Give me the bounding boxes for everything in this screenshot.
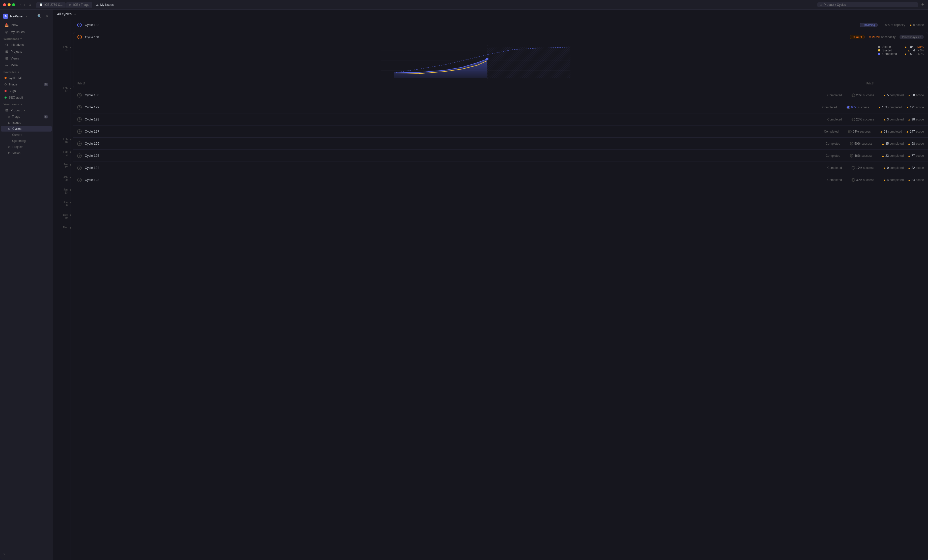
weekdays-badge: 2 weekdays left [899, 35, 924, 39]
sidebar-item-current[interactable]: Current [1, 132, 52, 138]
cycle-131-header: ▷ Cycle 131 Current 215% of capacity 2 w… [73, 32, 928, 42]
timeline-dot [70, 151, 71, 153]
scope-count: ▲ 77 scope [908, 154, 924, 158]
titlebar: ‹ › ⊙ 📋 ICE-2759 C... ◎ ICE › Triage ☁ M… [0, 0, 928, 9]
sidebar-item-triage-team[interactable]: Triage 5 [1, 114, 52, 119]
forward-button[interactable]: › [23, 2, 26, 7]
sidebar-item-seo-audit[interactable]: SEO audit [1, 94, 52, 100]
sidebar-item-triage[interactable]: Triage 5 [1, 81, 52, 87]
timeline-dot [70, 164, 71, 166]
cycle-row-cycle-129[interactable]: ⊙ Cycle 129 Completed 93% success ▲ 109 … [73, 101, 928, 113]
sidebar-item-upcoming[interactable]: Upcoming [1, 138, 52, 144]
cycle-131-status: Current [850, 35, 865, 39]
scope-warn-icon: ▲ [908, 178, 911, 181]
cycle-row-131[interactable]: ▷ Cycle 131 Current 215% of capacity 2 w… [73, 32, 928, 88]
favorites-header[interactable]: Favorites ▾ [0, 68, 53, 75]
minimize-button[interactable] [8, 3, 11, 6]
cycle-status: Completed [826, 154, 846, 158]
chart-legend: Scope ▲ 84 +31% Started ▲ 4 [878, 45, 924, 85]
sidebar-item-more[interactable]: ··· More [1, 62, 52, 68]
legend-scope: Scope ▲ 84 +31% [878, 45, 924, 49]
teams-header[interactable]: Your teams ▾ [0, 101, 53, 107]
timeline-line [70, 19, 71, 560]
browser-tabs: 📋 ICE-2759 C... ◎ ICE › Triage ☁ My issu… [36, 2, 815, 8]
favorite-button[interactable]: ☆ [74, 12, 77, 16]
brand[interactable]: ❄ IcePanel ▾ 🔍 ✏ [0, 12, 53, 22]
new-issue-button[interactable]: ✏ [45, 13, 50, 19]
help-button[interactable]: ? [0, 551, 53, 558]
cycle-132-meta: Upcoming 0% of capacity ▲ 0 scope [860, 23, 924, 27]
chart-date-labels: Feb 17 Feb 24 [78, 82, 874, 85]
sidebar-item-initiatives[interactable]: ⊙ Initiatives [1, 41, 52, 48]
success-pct: 54% success [848, 130, 876, 133]
completed-count: ▲ 35 completed [882, 142, 904, 145]
success-icon [850, 154, 853, 158]
cycle-row-cycle-125[interactable]: ⊙ Cycle 125 Completed 46% success ▲ 23 c… [73, 150, 928, 162]
cycle-row-132[interactable]: ▷ Cycle 132 Upcoming 0% of capacity ▲ [73, 19, 928, 31]
traffic-lights [3, 3, 15, 6]
cycle-name: Cycle 123 [85, 178, 824, 182]
address-bar[interactable]: ⊙ Product › Cycles [817, 2, 918, 7]
started-warn: ▲ [908, 49, 910, 52]
scope-count: ▲ 121 scope [906, 106, 924, 109]
scope-count: ▲ 147 scope [906, 130, 924, 133]
cycle-icon: ⊙ [77, 142, 82, 146]
cycle-row-cycle-126[interactable]: ⊙ Cycle 126 Completed 50% success ▲ 35 c… [73, 138, 928, 150]
back-button[interactable]: ‹ [19, 2, 22, 7]
scope-warn-icon: ▲ [909, 23, 912, 27]
cycle-132-status: Upcoming [860, 23, 878, 27]
sidebar-item-views[interactable]: ⊟ Views [1, 55, 52, 61]
sidebar-item-issues[interactable]: ⊞ Issues [1, 120, 52, 125]
search-button[interactable]: 🔍 [36, 13, 43, 19]
workspace-header[interactable]: Workspace ▾ [0, 35, 53, 41]
sidebar-item-projects-team[interactable]: ⊙ Projects [1, 144, 52, 150]
timeline-dot [70, 202, 71, 203]
warn-icon: ▲ [878, 106, 881, 109]
tab-ice-triage[interactable]: ◎ ICE › Triage [66, 2, 92, 8]
cycle-132-capacity: 0% of capacity [882, 23, 905, 27]
cycle-row-cycle-123[interactable]: ⊙ Cycle 123 Completed 32% success ▲ 4 co… [73, 174, 928, 186]
cycle-row-cycle-124[interactable]: ⊙ Cycle 124 Completed 17% success ▲ 0 co… [73, 162, 928, 174]
history-button[interactable]: ⊙ [27, 2, 32, 7]
cycle-icon: ⊙ [77, 93, 82, 97]
sidebar-item-projects[interactable]: ⊞ Projects [1, 49, 52, 55]
success-pct: 50% success [850, 142, 878, 145]
completed-warn: ▲ [904, 52, 907, 55]
cycle-status: Completed [824, 130, 844, 133]
sidebar-item-bugs[interactable]: Bugs [1, 88, 52, 94]
cycle-row-cycle-127[interactable]: ⊙ Cycle 127 Completed 54% success ▲ 58 c… [73, 125, 928, 138]
sidebar: ❄ IcePanel ▾ 🔍 ✏ 📥 Inbox ◎ My issues Wor… [0, 9, 53, 560]
cycle-131-icon: ▷ [78, 35, 82, 39]
sidebar-item-my-issues[interactable]: ◎ My issues [1, 29, 52, 35]
cycle-meta: Completed 26% success ▲ 5 completed ▲ 58 [827, 93, 924, 97]
warn-icon: ▲ [880, 130, 882, 133]
warn-icon: ▲ [883, 178, 886, 181]
sidebar-item-product[interactable]: ⊡ Product ▾ [1, 107, 52, 113]
sidebar-item-inbox[interactable]: 📥 Inbox [1, 22, 52, 28]
tab-my-issues[interactable]: ☁ My issues [93, 2, 116, 8]
timeline-item-jan27: Jan27 [53, 163, 70, 175]
tab-icon-ice-2759: 📋 [39, 3, 43, 6]
scope-warn-icon: ▲ [908, 118, 911, 121]
views-team-icon: ⊟ [8, 151, 10, 155]
timeline-item-jan20: Jan20 [53, 176, 70, 188]
sidebar-item-cycles[interactable]: ⊙ Cycles [1, 126, 52, 132]
capacity-icon [882, 24, 884, 26]
timeline-dot [70, 139, 71, 140]
close-button[interactable] [3, 3, 6, 6]
capacity-circle-icon [869, 36, 871, 38]
cycle-row-cycle-130[interactable]: ⊙ Cycle 130 Completed 26% success ▲ 5 co… [73, 89, 928, 101]
maximize-button[interactable] [12, 3, 15, 6]
sidebar-item-cycle131[interactable]: Cycle 131 [1, 75, 52, 81]
cycle-132-scope: ▲ 0 scope [909, 23, 924, 27]
new-tab-button[interactable]: + [920, 2, 925, 7]
seo-dot [5, 96, 6, 99]
cycle-row-cycle-128[interactable]: ⊙ Cycle 128 Completed 25% success ▲ 3 co… [73, 113, 928, 125]
sidebar-item-views-team[interactable]: ⊟ Views [1, 150, 52, 156]
app-body: ❄ IcePanel ▾ 🔍 ✏ 📥 Inbox ◎ My issues Wor… [0, 9, 928, 560]
timeline-item-feb24: Feb24 [53, 46, 70, 58]
tab-ice-2759[interactable]: 📋 ICE-2759 C... [36, 2, 66, 8]
cycle-status: Completed [827, 166, 847, 170]
burndown-area: Feb 17 Feb 24 [78, 45, 874, 85]
svg-marker-5 [394, 59, 487, 78]
